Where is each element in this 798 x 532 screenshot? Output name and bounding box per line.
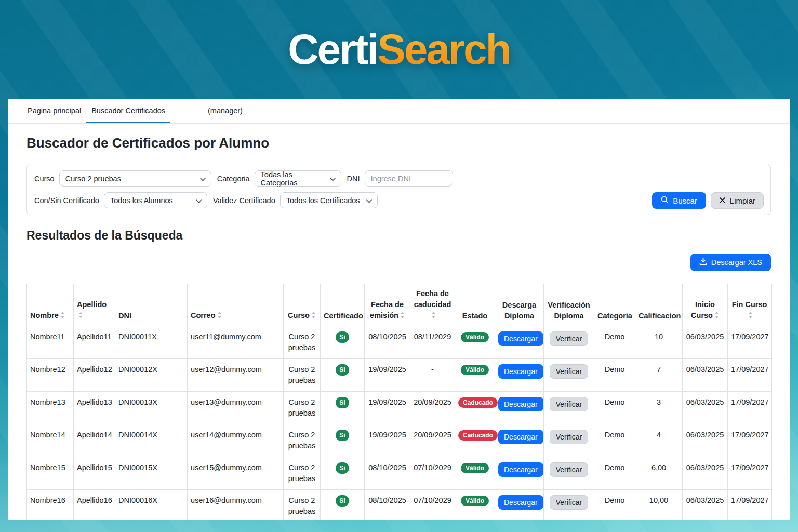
column-header-curso[interactable]: Curso [284, 284, 321, 326]
cell-certificado: Si [321, 392, 365, 424]
column-header-correo[interactable]: Correo [188, 284, 284, 326]
column-label: Correo [191, 311, 216, 320]
cell-correo: user12@dummy.com [188, 359, 284, 392]
verificar-diploma-button[interactable]: Verificar [550, 364, 589, 379]
header-divider [0, 92, 798, 92]
cell-fin_curso: 17/09/2027 [728, 392, 772, 424]
table-row: Nombre16Apellido16DNI00016Xuser16@dummy.… [27, 490, 772, 520]
categoria-select[interactable]: Todas las Categorías [255, 170, 341, 187]
cell-categoria: Demo [594, 457, 635, 490]
column-header-fecha_caducidad[interactable]: Fecha de caducidad [410, 284, 455, 326]
cell-fecha_emision: 19/09/2025 [365, 359, 410, 392]
descargar-diploma-button[interactable]: Descargar [498, 364, 543, 379]
descargar-xls-button[interactable]: Descargar XLS [690, 254, 771, 271]
column-header-fecha_emision[interactable]: Fecha de emisión [365, 284, 410, 326]
cell-nombre: Nombre13 [27, 392, 74, 424]
verificar-diploma-button[interactable]: Verificar [550, 462, 589, 477]
column-label: Categoria [597, 312, 632, 320]
estado-badge: Válido [461, 496, 489, 506]
buscar-button[interactable]: Buscar [652, 192, 706, 209]
cell-calificacion: 6,00 [635, 457, 683, 490]
column-header-estado: Estado [455, 284, 495, 326]
estado-badge: Válido [461, 332, 489, 342]
column-label: Fin Curso [732, 300, 767, 309]
descargar-diploma-button[interactable]: Descargar [498, 397, 543, 411]
descargar-diploma-button[interactable]: Descargar [498, 430, 543, 444]
nav-tab-0[interactable]: Pagina principal [22, 99, 86, 123]
cell-fecha_emision: 19/09/2025 [365, 392, 410, 424]
cell-fin_curso: 17/09/2027 [728, 490, 772, 520]
cell-apellido: Apellido15 [74, 457, 115, 490]
certificado-badge: Si [336, 430, 349, 441]
results-table: NombreApellidoDNICorreoCursoCertificadoF… [26, 284, 772, 520]
cell-fecha_caducidad: 07/10/2029 [410, 457, 455, 490]
consin-select[interactable]: Todos los Alumnos [104, 192, 207, 208]
sort-icon [217, 311, 222, 322]
estado-badge: Válido [461, 463, 489, 473]
cell-estado: Válido [455, 490, 495, 520]
consin-select-value: Todos los Alumnos [110, 196, 173, 205]
categoria-select-value: Todas las Categorías [261, 170, 325, 187]
validez-select-value: Todos los Certificados [286, 196, 360, 205]
column-header-dni: DNI [115, 284, 188, 326]
column-header-fin_curso[interactable]: Fin Curso [728, 284, 772, 326]
descargar-xls-label: Descargar XLS [711, 258, 762, 267]
column-header-certificado: Certificado [321, 284, 365, 326]
verificar-diploma-button[interactable]: Verificar [550, 495, 589, 510]
column-label: Fecha de emisión [370, 300, 404, 320]
column-header-calificacion: Calificacion [635, 284, 683, 326]
cell-correo: user15@dummy.com [188, 457, 284, 490]
column-header-nombre[interactable]: Nombre [27, 284, 74, 326]
verificar-diploma-button[interactable]: Verificar [550, 430, 589, 444]
certificado-badge: Si [336, 462, 349, 474]
nav-tab-2[interactable]: (manager) [203, 99, 248, 123]
nav-tab-1[interactable]: Buscador Certificados [86, 99, 170, 123]
verificar-diploma-button[interactable]: Verificar [550, 397, 589, 411]
cell-estado: Caducado [455, 392, 495, 424]
cell-curso: Curso 2 pruebas [284, 457, 321, 490]
descargar-diploma-button[interactable]: Descargar [498, 331, 543, 346]
cell-fecha_emision: 08/10/2025 [365, 457, 410, 490]
cell-dni: DNI00016X [115, 490, 188, 520]
verificar-diploma-button[interactable]: Verificar [550, 331, 589, 346]
column-label: DNI [118, 312, 131, 320]
limpiar-button[interactable]: Limpiar [711, 192, 764, 209]
sort-icon [78, 311, 83, 322]
cell-nombre: Nombre16 [27, 490, 74, 520]
cell-fecha_caducidad: 08/11/2029 [410, 326, 455, 359]
page-title: Buscador de Certificados por Alumno [26, 135, 771, 151]
cell-correo: user11@dummy.com [188, 326, 284, 359]
column-header-inicio_curso[interactable]: Inicio Curso [683, 284, 728, 326]
cell-fin_curso: 17/09/2027 [728, 359, 772, 392]
cell-apellido: Apellido14 [74, 424, 115, 457]
cell-estado: Válido [455, 359, 495, 392]
cell-descarga: Descargar [495, 392, 544, 424]
cell-nombre: Nombre12 [27, 359, 74, 392]
validez-select[interactable]: Todos los Certificados [280, 192, 378, 208]
cell-fecha_emision: 08/10/2025 [365, 490, 410, 520]
cell-calificacion: 4 [635, 424, 683, 457]
results-table-head: NombreApellidoDNICorreoCursoCertificadoF… [27, 284, 772, 326]
cell-inicio_curso: 06/03/2025 [683, 326, 728, 359]
descargar-diploma-button[interactable]: Descargar [498, 495, 543, 510]
column-header-apellido[interactable]: Apellido [74, 284, 115, 326]
cell-fecha_caducidad: - [410, 359, 455, 392]
cell-inicio_curso: 06/03/2025 [683, 424, 728, 457]
cell-estado: Válido [455, 457, 495, 490]
dni-input[interactable] [365, 170, 453, 187]
sort-icon [400, 311, 405, 322]
consin-label: Con/Sin Certificado [34, 196, 99, 205]
sort-icon [311, 311, 316, 322]
curso-select[interactable]: Curso 2 pruebas [59, 170, 211, 187]
cell-inicio_curso: 06/03/2025 [683, 490, 728, 520]
dni-label: DNI [347, 175, 360, 183]
column-label: Curso [288, 311, 310, 320]
descargar-diploma-button[interactable]: Descargar [498, 462, 543, 477]
cell-certificado: Si [321, 326, 365, 359]
sort-icon [60, 311, 65, 322]
sort-icon [431, 311, 436, 322]
cell-correo: user13@dummy.com [188, 392, 284, 424]
app-logo: CertiSearch [288, 26, 510, 73]
certificado-badge: Si [336, 331, 349, 343]
table-row: Nombre11Apellido11DNI00011Xuser11@dummy.… [27, 326, 772, 359]
